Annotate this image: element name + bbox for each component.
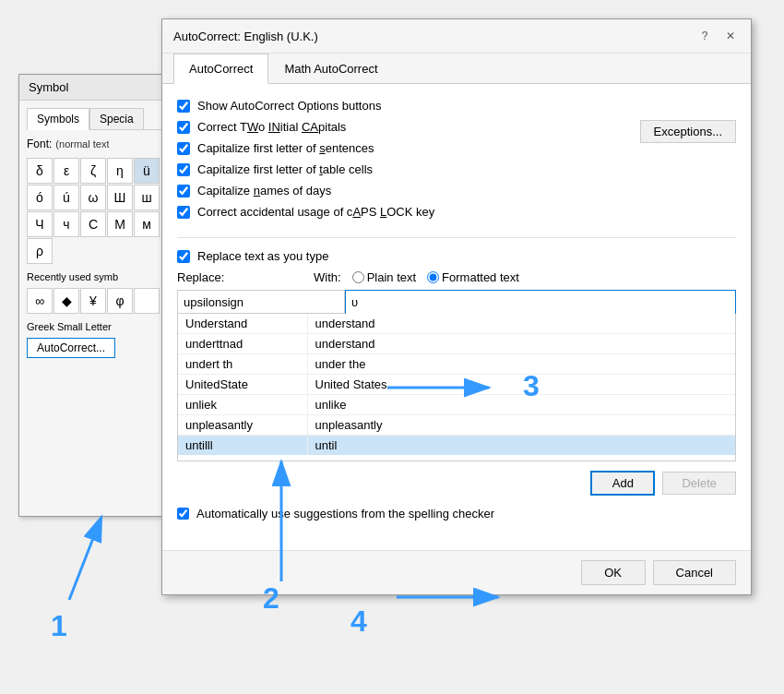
symbol-font-row: Font: (normal text [27, 138, 172, 150]
table-row-selected[interactable]: untilll until [178, 436, 735, 456]
symbol-font-label: Font: [27, 138, 52, 150]
replace-cell: unliek [178, 395, 307, 415]
with-cell: United States [307, 375, 735, 395]
table-row[interactable]: UnitedState United States [178, 375, 735, 395]
symbol-cell[interactable]: η [107, 158, 133, 184]
symbol-grid: δ ε ζ η ü ó ú ω Ш ш Ч ч C M м ρ [27, 158, 172, 264]
with-cell: until [307, 436, 735, 456]
symbol-recent-cell[interactable]: φ [107, 288, 133, 314]
dialog-title: AutoCorrect: English (U.K.) [173, 30, 318, 43]
replace-cell: undert th [178, 354, 307, 375]
formatted-text-radio[interactable] [427, 271, 439, 283]
symbol-recent-grid: ∞ ◆ ¥ φ [27, 288, 172, 314]
caps-lock-checkbox[interactable] [177, 206, 190, 219]
capitalize-sentences-label: Capitalize first letter of sentences [197, 141, 374, 155]
show-autocorrect-options-label: Show AutoCorrect Options buttons [197, 99, 381, 113]
symbol-cell[interactable]: м [134, 211, 160, 237]
symbol-tabs: Symbols Specia [27, 108, 172, 130]
show-autocorrect-options-row: Show AutoCorrect Options buttons [177, 99, 736, 113]
symbol-recent-cell[interactable] [134, 288, 160, 314]
auto-suggest-checkbox[interactable] [177, 508, 189, 520]
help-button[interactable]: ? [695, 27, 714, 45]
formatted-text-radio-label[interactable]: Formatted text [427, 270, 519, 284]
capitalize-days-checkbox[interactable] [177, 185, 190, 197]
cancel-button[interactable]: Cancel [653, 560, 736, 585]
replace-with-area: υ Understand understand underttnad under… [177, 290, 736, 461]
symbol-cell[interactable]: C [80, 211, 106, 237]
tab-autocorrect[interactable]: AutoCorrect [173, 54, 268, 84]
show-autocorrect-options-checkbox[interactable] [177, 100, 190, 113]
capitalize-table-cells-checkbox[interactable] [177, 163, 190, 176]
replace-cell: unpleasantly [178, 415, 307, 436]
dialog-tabs: AutoCorrect Math AutoCorrect [162, 54, 751, 84]
symbol-font-value: (normal text [55, 138, 109, 150]
symbol-cell[interactable]: Ш [107, 185, 133, 210]
replace-table: Understand understand underttnad underst… [178, 314, 735, 455]
table-row[interactable]: unliek unlike [178, 395, 735, 415]
symbol-recent-cell[interactable]: ∞ [27, 288, 53, 314]
symbol-recently-label: Recently used symb [27, 271, 172, 282]
capitalize-days-row: Capitalize names of days [177, 184, 625, 197]
correct-two-initials-checkbox[interactable] [177, 121, 190, 134]
symbol-cell[interactable]: ω [80, 185, 106, 210]
caps-lock-label: Correct accidental usage of cAPS LOCK ke… [197, 205, 434, 219]
plain-text-radio[interactable] [352, 271, 364, 283]
symbol-cell[interactable]: Ч [27, 211, 53, 237]
with-value: υ [351, 295, 358, 309]
arrow-1 [69, 517, 101, 600]
replace-table-container[interactable]: Understand understand underttnad underst… [177, 314, 736, 461]
symbol-cell[interactable]: δ [27, 158, 53, 184]
two-initials-row: Correct TWo INitial CApitals Capitalize … [177, 120, 625, 226]
ok-button[interactable]: OK [581, 560, 646, 585]
close-button[interactable]: ✕ [721, 27, 740, 45]
symbol-cell[interactable]: ú [53, 185, 79, 210]
dialog-title-bar: AutoCorrect: English (U.K.) ? ✕ [162, 19, 751, 54]
auto-suggest-label: Automatically use suggestions from the s… [196, 507, 494, 520]
capitalize-table-cells-label: Capitalize first letter of table cells [197, 162, 373, 176]
with-cell: unpleasantly [307, 415, 735, 436]
symbol-cell[interactable]: M [107, 211, 133, 237]
symbol-cell[interactable]: ó [27, 185, 53, 210]
table-row[interactable]: underttnad understand [178, 334, 735, 354]
symbol-tab-symbols[interactable]: Symbols [27, 108, 89, 130]
add-button[interactable]: Add [590, 471, 655, 496]
capitalize-sentences-row: Capitalize first letter of sentences [177, 141, 625, 155]
symbol-title: Symbol [29, 80, 68, 94]
symbol-cell[interactable]: ü [134, 158, 160, 184]
autocorrect-button[interactable]: AutoCorrect... [27, 338, 115, 358]
symbol-cell[interactable]: ш [134, 185, 160, 210]
plain-text-radio-label[interactable]: Plain text [352, 270, 416, 284]
tab-math-autocorrect[interactable]: Math AutoCorrect [268, 54, 393, 84]
replace-input[interactable] [177, 290, 345, 314]
symbol-tab-special[interactable]: Specia [89, 108, 144, 129]
symbol-greek-label: Greek Small Letter [27, 321, 172, 332]
capitalize-table-cells-row: Capitalize first letter of table cells [177, 162, 625, 176]
symbol-cell[interactable]: ч [53, 211, 79, 237]
table-row[interactable]: undert th under the [178, 354, 735, 375]
with-cell: understand [307, 314, 735, 334]
symbol-cell[interactable]: ε [53, 158, 79, 184]
replace-cell: Understand [178, 314, 307, 334]
text-format-radio-group: Plain text Formatted text [352, 270, 519, 284]
dialog-body: Show AutoCorrect Options buttons Correct… [162, 84, 751, 550]
replace-text-checkbox[interactable] [177, 250, 190, 263]
correct-two-initials-label: Correct TWo INitial CApitals [197, 120, 346, 134]
exceptions-button[interactable]: Exceptions... [640, 120, 736, 143]
replace-cell: untilll [178, 436, 307, 456]
replace-text-row: Replace text as you type [177, 249, 736, 263]
annotation-number-4: 4 [350, 604, 367, 639]
symbol-recent-cell[interactable]: ¥ [80, 288, 106, 314]
capitalize-days-label: Capitalize names of days [197, 184, 331, 197]
symbol-cell[interactable]: ρ [27, 238, 53, 264]
symbol-recent-cell[interactable]: ◆ [53, 288, 79, 314]
table-row[interactable]: unpleasantly unpleasantly [178, 415, 735, 436]
capitalize-sentences-checkbox[interactable] [177, 142, 190, 155]
dialog-footer: OK Cancel [162, 550, 751, 594]
table-row[interactable]: Understand understand [178, 314, 735, 334]
symbol-cell[interactable]: ζ [80, 158, 106, 184]
symbol-title-bar: Symbol [19, 75, 179, 101]
delete-button[interactable]: Delete [662, 472, 736, 495]
replace-text-label: Replace text as you type [197, 249, 328, 263]
dialog-controls: ? ✕ [695, 27, 740, 45]
autocorrect-dialog: AutoCorrect: English (U.K.) ? ✕ AutoCorr… [161, 18, 752, 595]
